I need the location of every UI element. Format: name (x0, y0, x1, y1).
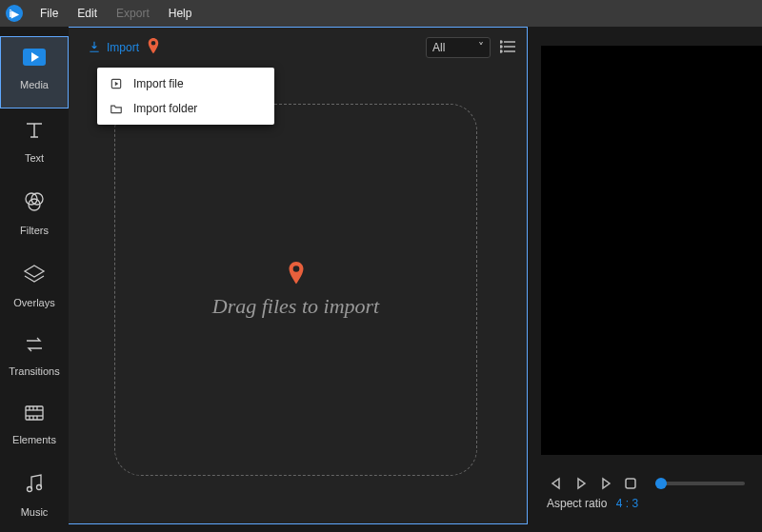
app-logo: i▶ (6, 5, 23, 22)
preview-viewport (541, 46, 762, 455)
swap-icon (0, 335, 69, 360)
svg-point-22 (500, 50, 502, 52)
menu-help[interactable]: Help (159, 7, 202, 20)
stop-button[interactable] (621, 474, 640, 493)
import-arrow-icon (88, 40, 101, 56)
import-folder-label: Import folder (133, 102, 197, 115)
sidebar-tab-media[interactable]: Media (0, 36, 69, 108)
text-icon (0, 118, 69, 147)
import-dropdown: Import file Import folder (97, 68, 274, 125)
svg-rect-28 (626, 479, 635, 488)
svg-point-21 (500, 46, 502, 48)
svg-rect-6 (26, 406, 43, 420)
sidebar-label: Media (20, 79, 49, 90)
media-dropzone[interactable]: Drag files to import (114, 104, 477, 476)
media-filter-select[interactable]: All ˅ (426, 37, 491, 58)
import-button[interactable]: Import (80, 36, 147, 60)
media-panel-header: Import All ˅ (69, 28, 527, 68)
import-label: Import (107, 41, 139, 54)
next-frame-button[interactable] (596, 474, 615, 493)
pin-icon (147, 38, 160, 57)
sidebar-tab-filters[interactable]: Filters (0, 181, 69, 253)
play-button[interactable] (572, 474, 591, 493)
chevron-down-icon: ˅ (478, 41, 484, 54)
file-play-icon (109, 77, 124, 90)
menubar: i▶ File Edit Export Help (0, 0, 762, 27)
menu-edit[interactable]: Edit (68, 7, 107, 20)
playhead-slider[interactable] (655, 482, 745, 485)
aspect-label: Aspect ratio (547, 497, 607, 510)
aspect-value[interactable]: 4 : 3 (616, 497, 638, 510)
dropzone-text: Drag files to import (212, 294, 379, 319)
sidebar-tab-text[interactable]: Text (0, 108, 69, 181)
list-view-icon[interactable] (500, 40, 515, 56)
sidebar-label: Overlays (13, 297, 54, 308)
svg-marker-26 (578, 479, 585, 488)
sidebar-label: Text (25, 152, 44, 164)
layers-icon (0, 263, 69, 291)
sidebar-tab-transitions[interactable]: Transitions (0, 325, 69, 394)
folder-icon (109, 102, 124, 115)
svg-marker-25 (552, 479, 559, 488)
venn-icon (0, 190, 69, 219)
sidebar-label: Filters (20, 225, 49, 236)
sidebar-label: Transitions (9, 365, 59, 377)
prev-frame-button[interactable] (547, 474, 566, 493)
preview-column: Aspect ratio 4 : 3 (528, 27, 762, 532)
svg-marker-24 (115, 82, 119, 87)
menu-export: Export (107, 7, 159, 20)
filter-value: All (432, 41, 445, 54)
sidebar-tab-elements[interactable]: Elements (0, 394, 69, 463)
sidebar-label: Elements (12, 434, 56, 445)
sidebar-tab-overlays[interactable]: Overlays (0, 253, 69, 325)
music-icon (0, 472, 69, 501)
svg-marker-27 (603, 479, 610, 488)
playhead-dot[interactable] (655, 478, 667, 489)
pin-icon (287, 262, 306, 288)
media-panel: Import All ˅ Import file Import folder (69, 27, 528, 524)
import-folder-item[interactable]: Import folder (97, 96, 274, 121)
play-rect-icon (1, 47, 68, 73)
transport-bar (528, 474, 762, 493)
import-file-label: Import file (133, 77, 184, 90)
import-file-item[interactable]: Import file (97, 71, 274, 96)
svg-marker-5 (25, 266, 44, 277)
aspect-ratio-row: Aspect ratio 4 : 3 (528, 493, 762, 510)
sidebar: Media Text Filters Overlays Transitions … (0, 27, 69, 532)
filmstrip-icon (0, 404, 69, 428)
sidebar-label: Music (21, 506, 49, 518)
sidebar-tab-music[interactable]: Music (0, 463, 69, 532)
menu-file[interactable]: File (30, 7, 68, 20)
svg-point-20 (500, 41, 502, 43)
